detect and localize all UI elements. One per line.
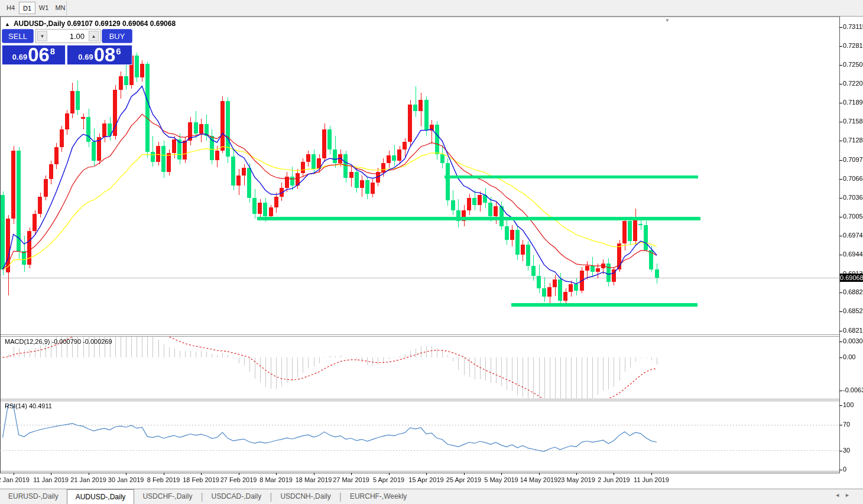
price-axis-label: 0.68210 (843, 327, 863, 334)
price-axis-label: 0.72810 (843, 42, 863, 49)
symbol-tab-bar: EURUSD-,DailyAUDUSD-,DailyUSDCHF-,Daily|… (0, 489, 863, 504)
chart-canvas[interactable] (0, 0, 863, 504)
price-axis-label: 0.72200 (843, 80, 863, 87)
macd-label: MACD(12,26,9) -0.000790 -0.000269 (5, 338, 112, 345)
volume-increase-icon[interactable]: ▲ (89, 31, 99, 41)
price-axis-label: 0.72505 (843, 61, 863, 68)
current-price-badge: 0.69068 (840, 274, 863, 282)
collapse-panel-icon[interactable]: ▲ (5, 21, 10, 27)
price-axis-label: 0.70360 (843, 194, 863, 201)
symbol-tab-usdcnh[interactable]: USDCNH-,Daily (272, 489, 339, 504)
tab-scroll-buttons[interactable]: ◄► (835, 492, 855, 498)
symbol-tab-audusd[interactable]: AUDUSD-,Daily (67, 489, 135, 504)
symbol-tab-usdcad[interactable]: USDCAD-,Daily (203, 489, 270, 504)
sell-price-quote[interactable]: 0.69 06 8 (2, 45, 66, 65)
symbol-tab-eurchf[interactable]: EURCHF-,Weekly (342, 489, 415, 504)
volume-decrease-icon[interactable]: ▼ (37, 31, 47, 41)
chart-title: ▲AUDUSD-,Daily 0.69107 0.69129 0.69064 0… (5, 19, 176, 28)
buy-price-big: 08 (94, 46, 116, 64)
price-axis-label: 0.73115 (843, 23, 863, 30)
macd-axis-label: 0.00 (843, 353, 855, 360)
chart-title-text: AUDUSD-,Daily 0.69107 0.69129 0.69064 0.… (14, 19, 176, 28)
rsi-axis-label: 30 (843, 447, 850, 454)
symbol-tab-eurusd[interactable]: EURUSD-,Daily (0, 489, 67, 504)
timeframe-tab-d1[interactable]: D1 (19, 2, 35, 14)
price-axis-label: 0.69440 (843, 251, 863, 258)
price-axis-label: 0.70665 (843, 175, 863, 182)
buy-price-pip: 6 (116, 46, 121, 56)
timeframe-toolbar: H4D1W1MN (0, 0, 863, 17)
buy-button[interactable]: BUY (102, 29, 132, 43)
buy-price-prefix: 0.69 (78, 53, 93, 61)
symbol-tab-usdchf[interactable]: USDCHF-,Daily (134, 489, 200, 504)
rsi-label: RSI(14) 40.4911 (5, 402, 52, 409)
price-axis-label: 0.68825 (843, 288, 863, 295)
price-axis-label: 0.70050 (843, 213, 863, 220)
price-axis-label: 0.71890 (843, 99, 863, 106)
price-axis-label: 0.70970 (843, 156, 863, 163)
macd-axis-label: 0.003035 (843, 337, 863, 344)
chart-shift-marker-icon[interactable]: ▼ (665, 18, 670, 23)
timeframe-tab-h4[interactable]: H4 (2, 2, 19, 14)
terminal-window: H4D1W1MN ▲AUDUSD-,Daily 0.69107 0.69129 … (0, 0, 863, 504)
volume-value[interactable]: 1.00 (70, 32, 85, 41)
sell-price-pip: 8 (50, 46, 55, 56)
price-axis-label: 0.68520 (843, 307, 863, 314)
sell-price-prefix: 0.69 (12, 53, 27, 61)
rsi-axis-label: 70 (843, 421, 850, 428)
price-axis-label: 0.71585 (843, 118, 863, 125)
timeframe-tab-w1[interactable]: W1 (35, 2, 52, 14)
buy-price-quote[interactable]: 0.69 08 6 (67, 45, 132, 65)
date-axis-label: 11 Jun 2019 (627, 476, 676, 483)
price-axis-label: 0.69745 (843, 232, 863, 239)
rsi-axis-label: 100 (843, 401, 854, 408)
volume-stepper[interactable]: ▼ 1.00 ▲ (35, 29, 100, 43)
sell-price-big: 06 (28, 46, 50, 64)
sell-button[interactable]: SELL (2, 29, 34, 43)
tab-scroll-right-icon[interactable]: ► (845, 492, 855, 498)
macd-axis-label: -0.006311 (843, 386, 863, 394)
price-axis-label: 0.71280 (843, 136, 863, 144)
rsi-axis-label: 0 (843, 466, 846, 473)
tab-scroll-left-icon[interactable]: ◄ (835, 492, 845, 498)
toolbar-divider (66, 1, 67, 15)
